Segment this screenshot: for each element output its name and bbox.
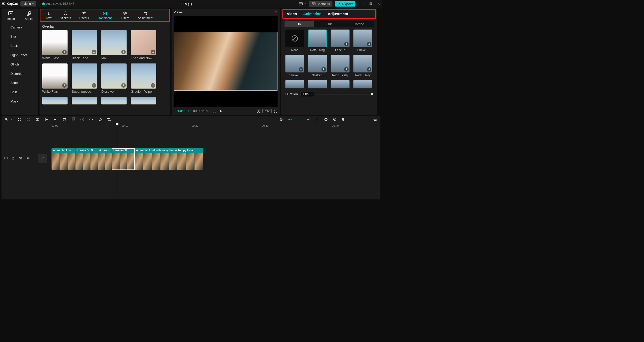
split-tool[interactable] (35, 117, 40, 122)
timeline-clip[interactable]: A beau (98, 148, 112, 170)
speaker-icon[interactable] (26, 156, 30, 160)
anim-item[interactable]: ⬇Fade In (331, 29, 350, 52)
download-icon[interactable]: ⬇ (121, 83, 126, 88)
sidebar-item-blur[interactable]: Blur (9, 32, 38, 41)
download-icon[interactable]: ⬇ (151, 83, 155, 88)
tab-adjustment[interactable]: Adjustment (134, 10, 158, 20)
timeline-clip[interactable]: Freeze 00:0 (75, 148, 98, 170)
rotate-tool[interactable] (98, 117, 102, 122)
sidebar-item-camera[interactable]: Camera (9, 23, 38, 32)
menu-button[interactable]: Menu (20, 1, 36, 7)
pointer-tool[interactable] (5, 117, 9, 122)
download-icon[interactable]: ⬇ (92, 83, 96, 88)
align-tool[interactable] (315, 117, 319, 122)
download-icon[interactable]: ⬇ (367, 42, 371, 46)
sidebar-item-distortion[interactable]: Distortion (9, 69, 38, 78)
audio-button[interactable]: Audio (20, 9, 37, 22)
download-icon[interactable]: ⬇ (92, 50, 96, 54)
eye-icon[interactable] (19, 156, 22, 160)
transition-item[interactable]: ⬇White Flash II (42, 30, 68, 60)
crop-tool[interactable] (107, 117, 111, 122)
stepper-icon[interactable] (311, 92, 313, 95)
layout-icon[interactable] (297, 1, 304, 7)
track-edit-button[interactable] (38, 154, 47, 163)
transition-item[interactable] (72, 97, 97, 105)
tab-transitions[interactable]: Transitions (93, 10, 117, 20)
seg-in[interactable]: In (285, 21, 314, 27)
zoom-in-button[interactable] (373, 117, 378, 122)
download-icon[interactable]: ⬇ (367, 67, 371, 72)
anim-item[interactable]: ⬇Rock ...tally (353, 55, 372, 77)
anim-item[interactable] (308, 80, 327, 88)
tab-animation[interactable]: Animation (301, 11, 323, 17)
mirror-tool[interactable] (89, 117, 93, 122)
sidebar-item-mask[interactable]: Mask (9, 97, 38, 106)
sidebar-item-light-effect[interactable]: Light Effect (9, 50, 38, 60)
transition-item[interactable] (101, 97, 127, 105)
anim-item[interactable] (353, 80, 372, 88)
seg-out[interactable]: Out (314, 21, 344, 27)
player-menu-icon[interactable] (274, 11, 277, 14)
sidebar-item-glitch[interactable]: Glitch (9, 60, 38, 69)
undo-button[interactable] (17, 117, 22, 122)
lock-icon[interactable] (11, 156, 15, 160)
transition-item[interactable] (131, 97, 156, 105)
duration-slider[interactable] (316, 94, 373, 94)
timeline-clip[interactable]: Freeze 00:0 (112, 148, 135, 170)
chevron-down-icon[interactable] (304, 3, 306, 5)
copy-tool[interactable] (71, 117, 75, 122)
download-icon[interactable]: ⬇ (344, 67, 349, 72)
shortcuts-button[interactable]: Shortcuts (309, 1, 332, 6)
sidebar-item-slide[interactable]: Slide (9, 78, 38, 88)
tab-adjustment[interactable]: Adjustment (326, 11, 350, 17)
anim-item[interactable]: ⬇Shake 3 (285, 55, 304, 77)
seg-combo[interactable]: Combo (344, 21, 374, 27)
tab-text[interactable]: Text (42, 10, 56, 20)
mic-button[interactable] (279, 117, 284, 122)
zoom-slider-knob[interactable] (342, 118, 345, 121)
anim-item[interactable] (285, 80, 304, 88)
download-icon[interactable]: ⬇ (299, 67, 303, 72)
anim-item[interactable]: ⬇Shake 2 (353, 29, 372, 52)
transition-item[interactable]: ⬇Black Fade (72, 30, 97, 60)
anim-none[interactable]: None (285, 29, 304, 52)
anim-item[interactable]: ⬇Rock ...cally (331, 55, 350, 77)
transition-item[interactable]: ⬇Superimpose (72, 63, 97, 94)
zoom-out-button[interactable] (333, 117, 337, 122)
sidebar-item-split[interactable]: Split (9, 87, 38, 97)
snap-tool[interactable] (306, 117, 310, 122)
redo-button[interactable] (26, 117, 31, 122)
trim-right-tool[interactable] (53, 117, 58, 122)
marker-tool[interactable] (324, 117, 328, 122)
anim-item[interactable]: Rota...ning (308, 29, 327, 52)
timeline-clip[interactable]: A beautiful girl with wavy hair is happy… (135, 148, 203, 170)
anim-item[interactable]: ⬇Shake 1 (308, 55, 327, 77)
tab-filters[interactable]: Filters (117, 10, 134, 20)
minimize-button[interactable] (361, 2, 365, 5)
close-button[interactable] (377, 2, 380, 5)
magnet-tool[interactable] (288, 117, 292, 122)
download-icon[interactable]: ⬇ (344, 42, 349, 46)
record-tool[interactable] (80, 117, 85, 122)
tab-stickers[interactable]: Stickers (56, 10, 75, 20)
list-icon[interactable] (213, 109, 217, 113)
import-button[interactable]: Import (2, 9, 19, 22)
trim-left-tool[interactable] (44, 117, 49, 122)
transition-item[interactable]: ⬇Dissolve (101, 63, 127, 94)
tab-effects[interactable]: Effects (75, 10, 93, 20)
download-icon[interactable]: ⬇ (151, 50, 155, 54)
maximize-button[interactable] (369, 2, 372, 5)
fullscreen-icon[interactable] (274, 109, 277, 113)
link-tool[interactable] (297, 117, 301, 122)
slider-knob[interactable] (371, 93, 373, 95)
player-viewport[interactable] (174, 16, 277, 107)
timeline-clip[interactable]: A beautiful gir (52, 148, 75, 170)
export-button[interactable]: Export (335, 1, 355, 6)
transition-item[interactable]: ⬇Gradient Wipe (131, 63, 156, 94)
transition-item[interactable]: ⬇Then and Now (131, 30, 156, 60)
tab-video[interactable]: Video (285, 11, 299, 17)
tracks-area[interactable]: A beautiful girFreeze 00:0A beauFreeze 0… (2, 128, 380, 199)
download-icon[interactable]: ⬇ (62, 50, 67, 54)
download-icon[interactable]: ⬇ (62, 83, 67, 88)
scan-icon[interactable] (256, 109, 260, 113)
